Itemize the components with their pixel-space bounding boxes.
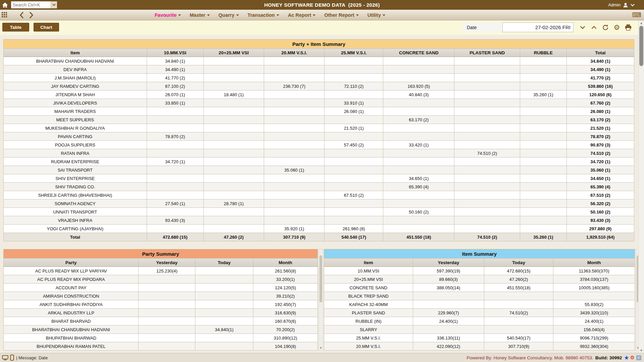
- table-row[interactable]: JITENDRA M SHAH26.070 (1)18.480 (1)40.84…: [4, 90, 634, 99]
- search-dropdown-icon[interactable]: [51, 1, 57, 8]
- table-row[interactable]: MUKESHBHAI R GONDALIYA21.520 (1)21.520 (…: [4, 124, 634, 132]
- table-row[interactable]: SHREEJI CARTING (BHAVESHBHAI)67.510 (2)6…: [4, 191, 634, 199]
- table-row[interactable]: SOMNATH AGENCY27.540 (1)28.780 (1)56.320…: [4, 199, 634, 208]
- table-row[interactable]: KAPACHI 32-40MM55.830(2): [324, 300, 635, 309]
- date-label: Date: [463, 22, 502, 33]
- settings-gear-icon[interactable]: ⚙: [611, 22, 623, 33]
- search-input[interactable]: [11, 1, 51, 8]
- user-menu[interactable]: Admin: [608, 2, 644, 8]
- table-row[interactable]: POOJA SUPPLIERS57.450 (2)33.420 (1)90.87…: [4, 141, 634, 149]
- table-cell: [264, 174, 325, 183]
- table-cell: 261.560(8): [253, 267, 318, 275]
- table-cell: [383, 216, 454, 225]
- table-cell: 3439.320(110): [553, 309, 635, 317]
- table-row[interactable]: ARKAL INDUSTRY LLP316.630(9): [4, 309, 318, 317]
- scroll-down-icon[interactable]: ▼: [319, 346, 323, 350]
- party-summary-section: Party Summary PartyYesterdayTodayMonth A…: [3, 249, 318, 351]
- menu-item-master[interactable]: Master: [190, 12, 210, 18]
- desktop-view-icon[interactable]: [2, 355, 8, 361]
- menu-item-favourite[interactable]: Favourite: [155, 12, 181, 18]
- table-row[interactable]: RUBBLE (IN)24.400(1)24.400(1): [324, 317, 635, 325]
- user-icon: [623, 2, 629, 8]
- table-cell: JIVIKA DEVELOPERS: [4, 99, 147, 107]
- table-row[interactable]: RUDRAM ENTERPRISE34.720 (1)34.720 (1): [4, 158, 634, 166]
- table-cell: [325, 65, 383, 74]
- table-row[interactable]: VRAJESH INFRA93.430 (3)93.430 (3): [4, 216, 634, 225]
- page-scrollbar[interactable]: ▲ ▼: [638, 20, 644, 353]
- table-row[interactable]: AC PLUS READY MIX PIPODARA33.200(1): [4, 275, 318, 284]
- menu-item-quarry[interactable]: Quarry: [218, 12, 239, 18]
- table-cell: 124.120(5): [253, 284, 318, 292]
- table-row[interactable]: BHARAT BHARVAD160.670(6): [4, 317, 318, 325]
- chevron-down-icon: [236, 14, 239, 16]
- refresh-icon[interactable]: [600, 22, 611, 33]
- table-cell: [203, 107, 264, 116]
- mobile-view-icon[interactable]: [10, 355, 14, 361]
- table-cell: 10005.160(385): [553, 284, 635, 292]
- menu-item-ac-report[interactable]: Ac Report: [288, 12, 315, 18]
- table-row[interactable]: UNNATI TRANSPORT50.160 (2)50.160 (2): [4, 208, 634, 216]
- party-summary-scrollbar[interactable]: ▼: [318, 249, 323, 351]
- table-row[interactable]: JAY RAMDEV CARTING67.100 (2)236.730 (7)7…: [4, 82, 634, 90]
- table-row[interactable]: BHUPENDRABHAI RAMAN PATEL104.190(8): [4, 342, 318, 351]
- table-row[interactable]: BLACK TREP SAND: [324, 292, 635, 300]
- chart-view-button[interactable]: Chart: [34, 23, 59, 32]
- table-row[interactable]: JIVIKA DEVELOPERS33.850 (1)33.910 (1)67.…: [4, 99, 634, 107]
- table-row[interactable]: BHARATBHAI CHANDUBHAI HADVANI34.840 (1)3…: [4, 57, 634, 65]
- date-prev-icon[interactable]: [577, 22, 588, 33]
- table-row[interactable]: ACCOUNT PAY124.120(5): [4, 284, 318, 292]
- date-next-icon[interactable]: [588, 22, 600, 33]
- table-row[interactable]: AC PLUS READY MIX LLP VARIYAV125.230(4)2…: [4, 267, 318, 275]
- support-gear-icon[interactable]: ⚙: [630, 355, 635, 361]
- table-row[interactable]: YOGI CARTING (AJAYBHAI)35.920 (1)261.960…: [4, 225, 634, 233]
- table-row[interactable]: PLASTER SAND229.960(7)74.510(2)3439.320(…: [324, 309, 635, 317]
- date-input[interactable]: [502, 22, 574, 32]
- chevron-down-icon: [383, 14, 385, 16]
- scrollbar-thumb[interactable]: [639, 26, 643, 66]
- scroll-up-icon[interactable]: ▲: [639, 21, 644, 25]
- table-cell: [139, 334, 195, 342]
- table-view-button[interactable]: Table: [2, 23, 29, 32]
- home-icon[interactable]: [0, 0, 10, 10]
- table-row[interactable]: AMIRASH CONSTRUCTION39.210(2): [4, 292, 318, 300]
- table-cell: UNNATI TRANSPORT: [4, 208, 147, 216]
- table-cell: 192.450(7): [253, 300, 318, 309]
- scrollbar-thumb[interactable]: [319, 255, 322, 302]
- table-row[interactable]: PAVAN CARTING78.870 (2)78.870 (2): [4, 132, 634, 141]
- app-grid-icon[interactable]: [2, 12, 8, 18]
- whatsapp-icon[interactable]: ✆: [636, 355, 641, 360]
- table-cell: 20+25.MM VSI: [324, 275, 413, 284]
- table-row[interactable]: 20+25.MM VSI89.660(3)47.260(2)3784.030(1…: [324, 275, 635, 284]
- table-row[interactable]: DEV INFRA34.490 (1)34.490 (1): [4, 65, 634, 74]
- table-row[interactable]: SHIV TRADING CO.65.390 (4)65.390 (4): [4, 183, 634, 191]
- print-icon[interactable]: [623, 22, 634, 33]
- favourite-star-icon[interactable]: ★: [624, 354, 629, 361]
- back-icon[interactable]: [19, 11, 24, 19]
- table-row[interactable]: RATAN INFRA74.510 (2)74.510 (2): [4, 149, 634, 158]
- table-row[interactable]: J.M.SHAH (MAROLI)41.770 (2)41.770 (2): [4, 74, 634, 82]
- table-row[interactable]: SAI TRANSPORT35.060 (1)35.060 (1): [4, 166, 634, 174]
- table-cell: [454, 116, 520, 124]
- table-row[interactable]: Total472.680 (15)47.260 (2)307.710 (9)54…: [4, 233, 634, 241]
- keyboard-icon[interactable]: ⌨: [632, 11, 641, 19]
- table-row[interactable]: SHIV ENTERPRISE34.650 (1)34.650 (1): [4, 174, 634, 183]
- table-row[interactable]: MAHAVIR TRADERS26.080 (1)26.080 (1): [4, 107, 634, 116]
- table-row[interactable]: 25.MM V.S.I.336.130(11)540.540(17)9096.7…: [324, 334, 635, 342]
- scroll-down-icon[interactable]: ▼: [639, 349, 644, 352]
- menu-item-other-report[interactable]: Other Report: [324, 12, 358, 18]
- forward-icon[interactable]: [29, 11, 34, 19]
- table-row[interactable]: CONCRETE SAND388.050(14)451.550(18)10005…: [324, 284, 635, 292]
- menu-item-utility[interactable]: Utility: [367, 12, 385, 18]
- table-row[interactable]: 10.MM.VSI597.390(19)472.680(15)11363.580…: [324, 267, 635, 275]
- table-cell: [383, 158, 454, 166]
- table-row[interactable]: SLARRY156.040(4): [324, 325, 635, 334]
- table-row[interactable]: ANKIT SUDHIRBHAI PATODIYA192.450(7): [4, 300, 318, 309]
- table-row[interactable]: 20.MM V.S.I.422.090(12)307.710(9)9932.36…: [324, 342, 635, 351]
- table-row[interactable]: MEET SUPPLIERS63.170 (2)63.170 (2): [4, 116, 634, 124]
- table-row[interactable]: BHARATBHAI CHANDUBHAI HADVANI34.840(1)70…: [4, 325, 318, 334]
- table-cell: [454, 65, 520, 74]
- table-cell: [203, 183, 264, 191]
- table-cell: SOMNATH AGENCY: [4, 199, 147, 208]
- table-row[interactable]: BHUPATBHAI BHARWAD310.890(12): [4, 334, 318, 342]
- menu-item-transaction[interactable]: Transaction: [248, 12, 279, 18]
